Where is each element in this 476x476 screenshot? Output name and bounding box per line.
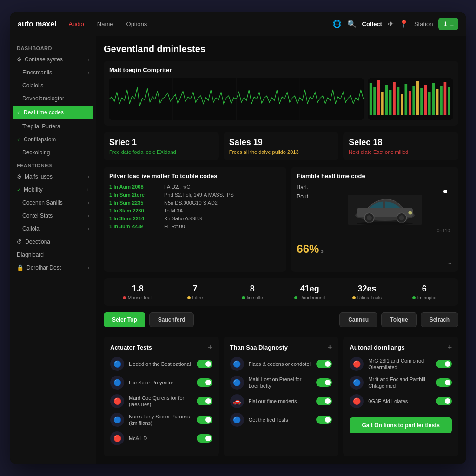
- sidebar-item-diagnloard[interactable]: Diagnloard: [10, 248, 96, 261]
- search-icon[interactable]: 🔍: [347, 20, 357, 28]
- metric-value: 41eg: [285, 284, 334, 294]
- sidebar-item-deectiona[interactable]: ⏱ Deectiona: [10, 235, 96, 248]
- stat-value-1: Sriec 1: [109, 138, 213, 147]
- sidebar-item-calloial[interactable]: Calloial ›: [10, 222, 96, 235]
- trouble-code-row: 1 In Sum 2235N5u DS.000G10 S AD2: [109, 200, 281, 205]
- metric-dot: [187, 296, 191, 299]
- actuator-tests-card: Actuator Tests + 🔵 Lleded on the Best oa…: [104, 337, 219, 456]
- toggle-item: 🔵 Nunis Terly Socier Parness (km flians): [110, 413, 212, 427]
- sidebar-item-mobility[interactable]: ✓ Mobility +: [10, 183, 96, 196]
- collect-label[interactable]: Collect: [362, 20, 382, 27]
- toggle-text: Mc& LD: [129, 435, 192, 442]
- stats-row: Sriec 1 Free date focial cole EXldand Sa…: [104, 132, 458, 160]
- tc-code: 1 In Sum 2235: [109, 200, 160, 205]
- toggle-icon: 🔵: [110, 376, 124, 390]
- toggle-switch[interactable]: [436, 378, 452, 387]
- toggle-switch[interactable]: [316, 416, 332, 424]
- sidebar-item-deveo[interactable]: Deveolamciogtor: [10, 92, 96, 105]
- toggle-text: 0G3E Ald Lolates: [368, 398, 431, 404]
- stat-value-2: Sales 19: [229, 138, 333, 147]
- sidebar-item-treplial[interactable]: Treplial Purtera: [10, 120, 96, 133]
- tolque-button[interactable]: Tolque: [381, 312, 416, 327]
- toggle-switch[interactable]: [197, 416, 212, 424]
- sidebar-item-conflia[interactable]: ✓ Confliapsiom: [10, 133, 96, 146]
- sidebar-item-finesmanils[interactable]: Finesmanils ›: [10, 66, 96, 79]
- rt-percent: 66%: [297, 243, 319, 256]
- download-button[interactable]: ⬇ ≡: [438, 18, 458, 30]
- status-label: Station: [414, 20, 433, 27]
- tc-desc: To M 3A: [164, 208, 183, 213]
- logo: auto maxel: [18, 20, 57, 28]
- add-icon[interactable]: +: [208, 343, 212, 351]
- sidebar-item-deckloing[interactable]: Deckoloing: [10, 146, 96, 159]
- buttons-row: Seler Top Sauchferd Canncu Tolque Selrac…: [104, 312, 458, 327]
- download-icon: ⬇: [443, 20, 448, 27]
- gear-icon: ⚙: [17, 56, 22, 63]
- toggle-switch[interactable]: [197, 360, 212, 368]
- arrow-icon: ›: [88, 265, 89, 271]
- middle-section: Pilver ldad ive moller To touble codes 1…: [104, 167, 458, 272]
- tc-desc: FL R#.00: [164, 224, 185, 229]
- arrow-icon: ›: [88, 70, 89, 75]
- toggle-icon: 🔵: [110, 413, 124, 427]
- toggle-icon: 🔵: [110, 357, 124, 371]
- toggle-icon: 🔵: [350, 376, 364, 390]
- toggle-switch[interactable]: [436, 360, 452, 368]
- svg-rect-10: [385, 85, 388, 115]
- sidebar-item-derolhar[interactable]: 🔒 Derolhar Dest ›: [10, 261, 96, 274]
- nav-items: Audio Name Options: [66, 19, 150, 29]
- svg-rect-25: [443, 82, 446, 115]
- add-icon-2[interactable]: +: [328, 343, 332, 351]
- go-button[interactable]: Gait On lions to parliler tlests: [350, 417, 452, 433]
- toggle-icon: 🔴: [350, 357, 364, 371]
- selrach-button[interactable]: Selrach: [421, 312, 458, 327]
- arrow-icon: ›: [88, 57, 89, 62]
- trouble-code-row: 1 In 3lam 2230To M 3A: [109, 208, 281, 213]
- toggle-icon: 🔴: [110, 394, 124, 408]
- sidebar-item-contel[interactable]: Contel Stats ›: [10, 209, 96, 222]
- sidebar: Dashboard ⚙ Contase systes › Finesmanils…: [10, 36, 96, 464]
- toggle-switch[interactable]: [197, 378, 212, 387]
- canncu-button[interactable]: Canncu: [339, 312, 377, 327]
- seler-top-button[interactable]: Seler Top: [104, 312, 145, 327]
- stat-card-2: Sales 19 Frees all the dalve pulido 2013: [224, 132, 339, 160]
- sidebar-item-realtime[interactable]: ✓ Real time codes: [13, 106, 93, 119]
- toggle-switch[interactable]: [197, 397, 212, 405]
- sidebar-item-contase[interactable]: ⚙ Contase systes ›: [10, 53, 96, 66]
- sidebar-item-cocenon[interactable]: Cocenon Sanills ›: [10, 196, 96, 209]
- sidebar-item-colalolls[interactable]: Colalolls: [10, 79, 96, 92]
- metric-value: 7: [170, 284, 219, 294]
- sidebar-item-malfs[interactable]: ⚙ Malfs luses ›: [10, 170, 96, 183]
- svg-rect-9: [381, 92, 384, 115]
- toggle-item: 🔵 Lleded on the Best oational: [110, 357, 212, 371]
- car-image: [348, 193, 422, 226]
- chevron-down-icon[interactable]: ⌄: [447, 258, 453, 266]
- realtime-panel: Fiamble heatl time code Barl. Pout.: [291, 167, 458, 272]
- toggle-item: 🔵 Mrrit and Focland Parthill Chlageimed: [350, 376, 452, 390]
- nav-audio[interactable]: Audio: [66, 19, 87, 29]
- nav-options[interactable]: Options: [124, 19, 150, 29]
- toggle-switch[interactable]: [436, 397, 452, 405]
- toggle-switch[interactable]: [316, 397, 332, 405]
- toggle-switch[interactable]: [316, 378, 332, 387]
- metric-label: lmmuptio: [400, 295, 449, 300]
- toggle-text: Fial our fime rnnderts: [249, 398, 312, 404]
- svg-rect-26: [448, 87, 450, 115]
- toggle-icon: 🚗: [230, 394, 244, 408]
- sauchferd-button[interactable]: Sauchferd: [149, 312, 194, 327]
- metric-item: 7Filrre: [166, 284, 224, 300]
- rt-label-1: Barl.: [297, 184, 310, 191]
- metric-item: 1.8Mouse Teel.: [109, 284, 166, 300]
- nav-icon[interactable]: ✈: [388, 20, 394, 28]
- toggle-switch[interactable]: [197, 434, 212, 443]
- actuator-tests-title: Actuator Tests +: [110, 343, 212, 351]
- trouble-code-row: 1 In Aum 2008FA D2., h/C: [109, 184, 281, 190]
- metric-dot: [123, 296, 126, 299]
- toggle-switch[interactable]: [316, 360, 332, 368]
- add-icon-3[interactable]: +: [448, 343, 452, 351]
- nav-name[interactable]: Name: [94, 19, 116, 29]
- tc-code: 1 In Sum 2tore: [109, 192, 160, 198]
- globe-icon[interactable]: 🌐: [332, 20, 342, 28]
- svg-rect-13: [397, 87, 399, 115]
- clock-icon: ⏱: [17, 238, 22, 245]
